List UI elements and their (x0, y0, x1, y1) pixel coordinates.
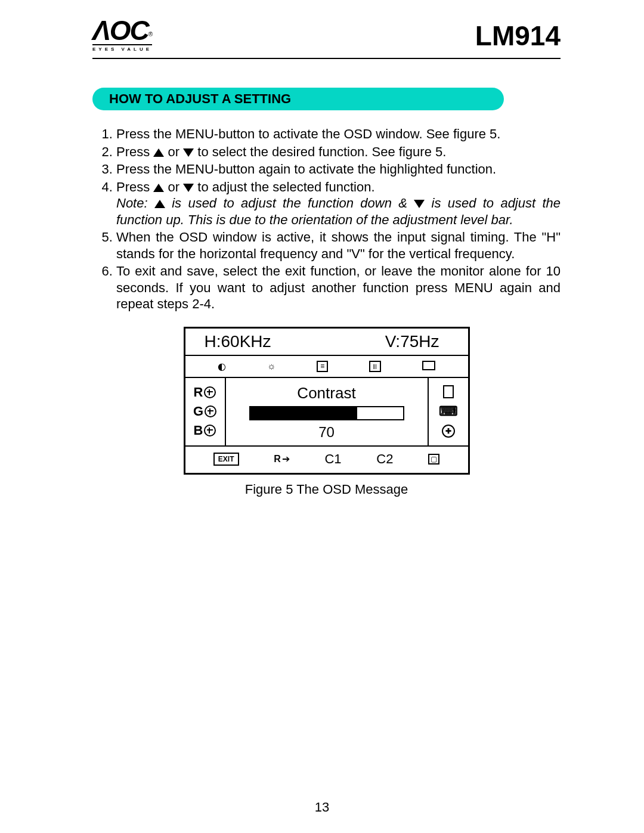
step-4-text-a: Press (116, 179, 153, 194)
figure-caption: Figure 5 The OSD Message (92, 482, 561, 497)
page-number: 13 (0, 800, 644, 815)
osd-left-icons: R G B (185, 378, 226, 445)
down-triangle-icon (414, 200, 425, 208)
red-gain-icon: R (194, 385, 216, 400)
up-triangle-icon (153, 148, 164, 157)
figure-5: H:60KHz V:75Hz ◐ ☼ ≡ ⫼ R G B Contrast (92, 327, 561, 497)
header-divider (92, 58, 561, 59)
step-6: To exit and save, select the exit functi… (116, 263, 561, 312)
recall-icon: R➔ (274, 453, 290, 465)
page-header: ΛOC® EYES VALUE LM914 (92, 17, 561, 55)
osd-value: 70 (236, 424, 418, 441)
osd-top-icons: ◐ ☼ ≡ ⫼ (185, 356, 468, 378)
model-number: LM914 (475, 20, 561, 52)
contrast-icon: ◐ (218, 361, 226, 372)
step-2-text-a: Press (116, 144, 153, 159)
hpos-icon: ≡ (317, 361, 328, 372)
step-3-text: Press the MENU-button again to activate … (116, 162, 496, 176)
instruction-list: Press the MENU-button to activate the OS… (92, 126, 561, 312)
step-5-text: When the OSD window is active, it shows … (116, 230, 561, 261)
hsize-icon (422, 361, 435, 370)
step-6-text: To exit and save, select the exit functi… (116, 264, 561, 311)
osd-adjust-area: Contrast 70 (226, 378, 428, 445)
down-triangle-icon (183, 184, 194, 192)
color-temp-1-icon: C1 (324, 451, 341, 467)
step-4-note: Note: is used to adjust the function dow… (116, 195, 561, 228)
step-2-text-b: or (168, 144, 183, 159)
up-triangle-icon (154, 200, 165, 208)
osd-level-bar (249, 406, 404, 420)
step-4-text-b: or (168, 179, 183, 194)
section-heading: HOW TO ADJUST A SETTING (92, 88, 504, 110)
step-4-text-c: to adjust the selected function. (197, 179, 374, 194)
down-triangle-icon (183, 148, 194, 157)
step-2: Press or to select the desired function.… (116, 144, 561, 160)
osd-middle: R G B Contrast 70 ⌨ ✚ (185, 378, 468, 445)
vpos-icon: ⫼ (369, 361, 381, 372)
registered-mark: ® (148, 31, 151, 38)
osd-level-fill (250, 407, 357, 419)
brand-logo: ΛOC® EYES VALUE (92, 17, 152, 52)
info-icon: ✚ (442, 425, 455, 438)
blue-gain-icon: B (194, 423, 216, 438)
osd-position-icon: ▢ (428, 454, 439, 465)
osd-timing-row: H:60KHz V:75Hz (185, 329, 468, 356)
osd-function-name: Contrast (236, 384, 418, 402)
green-gain-icon: G (193, 404, 216, 419)
osd-window: H:60KHz V:75Hz ◐ ☼ ≡ ⫼ R G B Contrast (184, 327, 470, 475)
osd-right-icons: ⌨ ✚ (428, 378, 468, 445)
note-text-a: Note: (116, 196, 154, 210)
osd-h-freq: H:60KHz (205, 332, 271, 351)
step-4: Press or to adjust the selected function… (116, 179, 561, 228)
step-5: When the OSD window is active, it shows … (116, 229, 561, 262)
step-1: Press the MENU-button to activate the OS… (116, 126, 561, 143)
exit-icon: EXIT (213, 453, 239, 466)
vsize-icon (443, 385, 454, 398)
osd-v-freq: V:75Hz (385, 332, 439, 351)
manual-page: ΛOC® EYES VALUE LM914 HOW TO ADJUST A SE… (0, 0, 644, 833)
step-2-text-c: to select the desired function. See figu… (197, 144, 446, 159)
step-3: Press the MENU-button again to activate … (116, 161, 561, 178)
brightness-icon: ☼ (267, 361, 276, 372)
osd-bottom-icons: EXIT R➔ C1 C2 ▢ (185, 445, 468, 473)
language-icon: ⌨ (439, 404, 458, 419)
color-temp-2-icon: C2 (376, 451, 393, 467)
note-text-b: is used to adjust the function down & (172, 196, 414, 210)
up-triangle-icon (153, 184, 164, 192)
step-1-text: Press the MENU-button to activate the OS… (116, 126, 500, 141)
brand-text: ΛOC (92, 15, 148, 46)
